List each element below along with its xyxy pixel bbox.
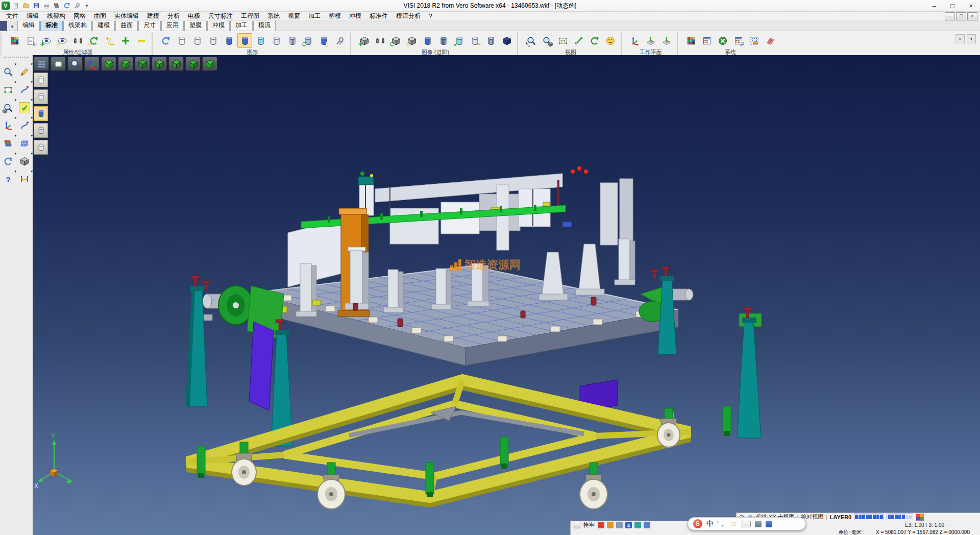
layers-icon[interactable] (52, 2, 61, 10)
zoom-extents-icon[interactable] (540, 33, 554, 48)
tab-application[interactable]: 应用 (161, 20, 184, 31)
menu-progress[interactable]: 冲模 (345, 12, 365, 20)
filter-minus-icon[interactable] (134, 33, 149, 48)
tab-modeling[interactable]: 建模 (92, 20, 115, 31)
tab-standard[interactable]: 标准 (40, 20, 63, 31)
mdi-close-button[interactable]: × (967, 12, 977, 20)
ime-punctuation-indicator[interactable]: '， (717, 519, 726, 528)
active-layer-label[interactable]: LAYER0 (830, 514, 851, 520)
filter-plusminus-icon[interactable] (102, 33, 117, 48)
menu-flow-analysis[interactable]: 模流分析 (392, 12, 425, 20)
tray-icon-1[interactable] (598, 522, 604, 528)
solid-cylinder-icon[interactable] (420, 33, 435, 48)
settings-icon[interactable] (72, 2, 81, 10)
regenerate-icon[interactable] (2, 155, 15, 168)
menu-machining[interactable]: 加工 (304, 12, 325, 20)
tray-icon-5[interactable] (634, 522, 641, 528)
zoom-arrow-icon[interactable] (571, 33, 586, 48)
menu-dimension[interactable]: 尺寸标注 (204, 12, 237, 20)
menu-window[interactable]: 视窗 (284, 12, 304, 20)
refresh-shading-icon[interactable] (301, 33, 315, 48)
menu-electrode[interactable]: 电极 (184, 12, 204, 20)
view-traffic-lights-icon[interactable] (373, 33, 387, 48)
workplane-axes-icon[interactable] (627, 33, 642, 48)
menu-mould[interactable]: 塑模 (325, 12, 345, 20)
print-icon[interactable] (42, 2, 51, 10)
maximize-button[interactable]: □ (943, 0, 962, 11)
view-list-icon[interactable] (34, 57, 49, 71)
hidden-line-cylinder-icon[interactable] (190, 33, 205, 48)
view-bottom-cube-icon[interactable] (118, 57, 133, 71)
view-iso-cube-icon[interactable] (202, 57, 217, 71)
grid-snap-icon[interactable] (747, 33, 762, 48)
menu-help[interactable]: ? (425, 13, 436, 20)
graphics-settings-icon[interactable] (332, 33, 347, 48)
qat-dropdown-icon[interactable]: ▼ (83, 4, 91, 8)
zoom-window-icon[interactable] (51, 57, 66, 71)
transparent-cylinder-icon[interactable] (34, 123, 48, 138)
grid-plane-icon[interactable] (763, 33, 777, 48)
mdi-minimize-button[interactable]: – (945, 12, 955, 20)
color-table-icon[interactable] (699, 33, 714, 48)
attributes-brush-icon[interactable] (7, 33, 22, 48)
tray-icon-3[interactable] (616, 522, 623, 528)
view-front-cube-icon[interactable] (168, 57, 184, 71)
ime-language-indicator[interactable]: 中 (706, 519, 713, 528)
curve-edit-icon[interactable] (18, 119, 31, 132)
render-cube-icon[interactable] (499, 33, 514, 48)
color-swatch-icon[interactable] (916, 514, 924, 521)
menu-edit[interactable]: 编辑 (22, 12, 43, 20)
mdi-restore-button[interactable]: □ (956, 12, 966, 20)
material-cylinder-icon[interactable] (468, 33, 482, 48)
menu-drawing[interactable]: 工程图 (237, 12, 263, 20)
ime-skin-icon[interactable] (766, 521, 772, 527)
tray-icon-6[interactable] (644, 522, 650, 528)
redraw-icon[interactable] (158, 33, 173, 48)
properties-pages-icon[interactable] (23, 33, 38, 48)
sketch-erase-icon[interactable] (18, 65, 31, 79)
shading-options-icon[interactable] (316, 33, 331, 48)
close-button[interactable]: × (962, 0, 980, 11)
snap-lock-icon[interactable] (574, 522, 580, 528)
filter-plus-icon[interactable] (118, 33, 133, 48)
tray-icon-2[interactable] (607, 522, 614, 528)
zoom-1to1-icon[interactable] (555, 33, 570, 48)
ime-keyboard-icon[interactable] (742, 521, 751, 527)
ime-logo-icon[interactable]: S (693, 519, 702, 528)
wireframe-cylinder-icon[interactable] (174, 33, 189, 48)
shaded-cylinder-icon[interactable] (34, 106, 48, 121)
refresh-icon[interactable] (62, 2, 71, 10)
workplane-align-icon[interactable] (643, 33, 658, 48)
menu-modeling[interactable]: 建模 (143, 12, 163, 20)
measure-distance-icon[interactable] (18, 173, 31, 186)
menu-surface[interactable]: 曲面 (90, 12, 110, 20)
filter-traffic-lights-icon[interactable] (70, 33, 85, 48)
striped-cylinder-icon[interactable] (436, 33, 451, 48)
flat-cylinder-icon[interactable] (269, 33, 284, 48)
zoom-window-icon[interactable] (2, 65, 15, 79)
help-question-icon[interactable] (2, 173, 15, 186)
view-face-icon[interactable] (603, 33, 618, 48)
view-back-cube-icon[interactable] (185, 57, 201, 71)
settings-table-icon[interactable] (731, 33, 746, 48)
grid-plane-icon[interactable] (18, 137, 31, 150)
tab-surface[interactable]: 曲面 (115, 20, 138, 31)
hidden-line-cylinder-icon[interactable] (34, 89, 48, 104)
transparent-cylinder-icon[interactable] (253, 33, 268, 48)
tab-edit[interactable]: 编辑 (17, 20, 40, 31)
ime-toolbox-icon[interactable] (755, 521, 762, 527)
refresh-view-cube-icon[interactable] (388, 33, 403, 48)
sketch-circle-icon[interactable] (18, 83, 31, 96)
menu-mesh[interactable]: 网格 (69, 12, 90, 20)
sidebar-drag-handle[interactable] (4, 57, 29, 60)
workplane-normal-icon[interactable] (659, 33, 674, 48)
add-view-cube-icon[interactable] (357, 33, 372, 48)
axes-icon[interactable] (84, 57, 100, 71)
tray-badge-icon[interactable]: 2 (625, 522, 632, 528)
filter-refresh-icon[interactable] (86, 33, 101, 48)
hatched-cylinder-icon[interactable] (285, 33, 300, 48)
shaded-cylinder-icon[interactable] (222, 33, 236, 48)
zoom-plusminus-icon[interactable] (524, 33, 538, 48)
tab-progress[interactable]: 冲模 (207, 20, 230, 31)
save-icon[interactable] (32, 2, 40, 10)
